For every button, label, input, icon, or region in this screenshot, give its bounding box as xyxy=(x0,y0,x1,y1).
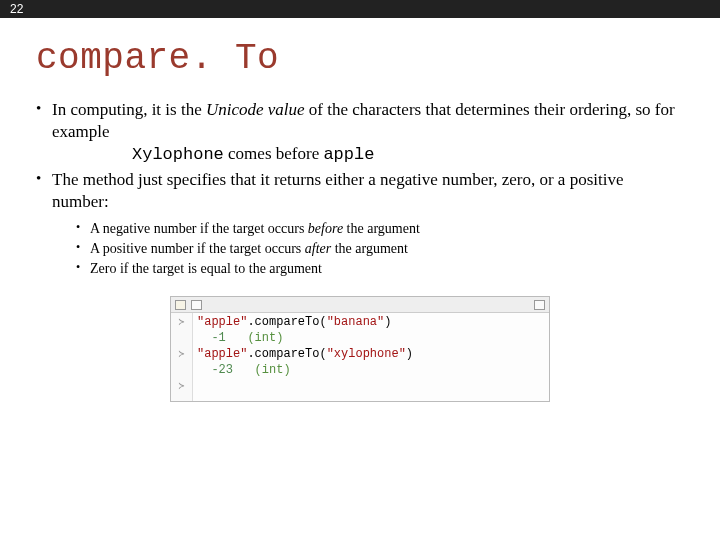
gutter-mark: ≻ xyxy=(171,315,192,331)
window-button-icon[interactable] xyxy=(191,300,202,310)
code-window-header xyxy=(171,297,549,313)
code-string: "xylophone" xyxy=(327,347,406,361)
gutter-blank xyxy=(171,363,192,379)
text-italic: Unicode value xyxy=(206,100,305,119)
page-number: 22 xyxy=(10,2,23,16)
code-text: apple xyxy=(323,145,374,164)
code-string: "apple" xyxy=(197,315,247,329)
bullet-1: In computing, it is the Unicode value of… xyxy=(36,99,684,165)
text: The method just specifies that it return… xyxy=(52,170,623,211)
code-value: -1 xyxy=(211,331,225,345)
code-lines: "apple".compareTo("banana") -1 (int) "ap… xyxy=(193,313,549,401)
text: In computing, it is the xyxy=(52,100,206,119)
code-type: (int) xyxy=(226,331,284,345)
sub-bullet-1: A negative number if the target occurs b… xyxy=(76,219,684,239)
code-text: ) xyxy=(406,347,413,361)
code-text: ) xyxy=(384,315,391,329)
bullet-1-line2: Xylophone comes before apple xyxy=(52,143,684,166)
sub-bullet-list: A negative number if the target occurs b… xyxy=(52,219,684,280)
code-line: "apple".compareTo("xylophone") xyxy=(197,347,545,363)
code-type: (int) xyxy=(233,363,291,377)
code-window-body: ≻ ≻ ≻ "apple".compareTo("banana") -1 (in… xyxy=(171,313,549,401)
code-gutter: ≻ ≻ ≻ xyxy=(171,313,193,401)
code-line: -1 (int) xyxy=(197,331,545,347)
page-number-bar: 22 xyxy=(0,0,720,18)
bullet-list: In computing, it is the Unicode value of… xyxy=(36,99,684,280)
code-window: ≻ ≻ ≻ "apple".compareTo("banana") -1 (in… xyxy=(170,296,550,402)
gutter-mark: ≻ xyxy=(171,347,192,363)
text: the argument xyxy=(331,241,408,256)
text-italic: before xyxy=(308,221,343,236)
text: A positive number if the target occurs xyxy=(90,241,305,256)
text: the argument xyxy=(343,221,420,236)
code-text: Xylophone xyxy=(132,145,224,164)
slide-content: compare. To In computing, it is the Unic… xyxy=(0,18,720,402)
code-string: "apple" xyxy=(197,347,247,361)
code-text: .compareTo( xyxy=(247,347,326,361)
slide-title: compare. To xyxy=(36,38,684,79)
code-text: .compareTo( xyxy=(247,315,326,329)
window-button-icon[interactable] xyxy=(175,300,186,310)
code-string: "banana" xyxy=(327,315,385,329)
text: A negative number if the target occurs xyxy=(90,221,308,236)
text: Zero if the target is equal to the argum… xyxy=(90,261,322,276)
code-line: "apple".compareTo("banana") xyxy=(197,315,545,331)
text-italic: after xyxy=(305,241,331,256)
code-line xyxy=(197,379,545,395)
text: comes before xyxy=(224,144,324,163)
window-button-icon[interactable] xyxy=(534,300,545,310)
sub-bullet-3: Zero if the target is equal to the argum… xyxy=(76,259,684,279)
gutter-mark: ≻ xyxy=(171,379,192,395)
gutter-blank xyxy=(171,331,192,347)
bullet-2: The method just specifies that it return… xyxy=(36,169,684,279)
code-line: -23 (int) xyxy=(197,363,545,379)
code-value: -23 xyxy=(211,363,233,377)
sub-bullet-2: A positive number if the target occurs a… xyxy=(76,239,684,259)
